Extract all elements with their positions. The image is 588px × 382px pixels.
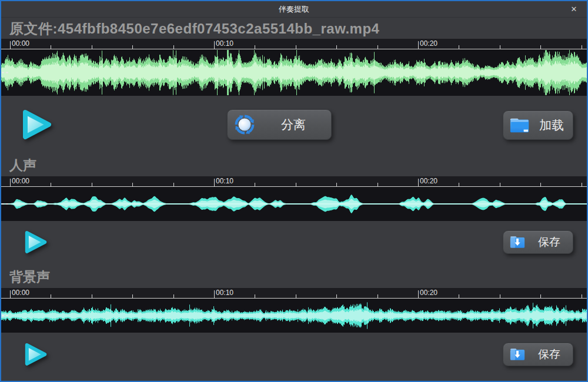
folder-open-icon [509, 116, 530, 135]
play-background-button[interactable] [22, 341, 49, 367]
minor-tick [51, 45, 51, 49]
time-label: 00:00 [12, 289, 29, 297]
play-icon [22, 229, 49, 255]
major-tick [418, 290, 419, 298]
minor-tick [296, 45, 296, 49]
save-vocals-button[interactable]: 保存 [503, 230, 573, 254]
time-label: 00:10 [216, 177, 233, 185]
timeline-ruler-original: 00:0000:1000:20 [1, 39, 587, 49]
time-label: 00:20 [420, 177, 437, 185]
save-background-button[interactable]: 保存 [503, 343, 573, 366]
minor-tick [255, 183, 255, 186]
load-button[interactable]: 加载 [503, 110, 573, 140]
major-tick [10, 290, 11, 298]
window-title: 伴奏提取 [279, 4, 309, 15]
minor-tick [582, 294, 582, 298]
minor-tick [540, 45, 541, 49]
major-tick [418, 41, 419, 49]
waveform-vocals[interactable] [1, 187, 587, 221]
time-label: 00:00 [12, 177, 29, 185]
minor-tick [132, 294, 133, 298]
minor-tick [92, 183, 92, 186]
save-background-button-label: 保存 [526, 347, 573, 362]
major-tick [214, 290, 215, 298]
save-vocals-button-label: 保存 [526, 234, 573, 250]
minor-tick [173, 45, 174, 49]
separate-button[interactable]: 分离 [227, 109, 332, 140]
play-icon [19, 108, 55, 142]
minor-tick [255, 45, 255, 49]
time-label: 00:10 [216, 39, 233, 48]
waveform-original[interactable] [1, 49, 587, 96]
minor-tick [377, 45, 378, 49]
folder-download-icon [509, 234, 526, 250]
minor-tick [500, 294, 500, 298]
time-label: 00:20 [420, 289, 437, 297]
sync-icon [233, 113, 256, 136]
major-tick [214, 179, 215, 186]
minor-tick [459, 183, 459, 186]
minor-tick [336, 183, 337, 186]
play-vocals-button[interactable] [22, 229, 49, 255]
timeline-ruler-vocals: 00:0000:1000:20 [1, 176, 587, 187]
minor-tick [377, 183, 378, 186]
minor-tick [173, 183, 174, 186]
time-label: 00:20 [420, 39, 437, 48]
minor-tick [500, 45, 500, 49]
minor-tick [132, 183, 133, 186]
background-label: 背景声 [9, 268, 50, 286]
minor-tick [540, 294, 541, 298]
minor-tick [173, 294, 174, 298]
time-label: 00:10 [216, 289, 233, 297]
minor-tick [377, 294, 378, 298]
minor-tick [51, 183, 51, 186]
close-button[interactable]: ✕ [561, 1, 587, 16]
minor-tick [459, 45, 459, 49]
play-original-button[interactable] [19, 108, 55, 142]
minor-tick [500, 183, 500, 186]
minor-tick [540, 183, 541, 186]
major-tick [10, 41, 11, 49]
time-label: 00:00 [12, 39, 29, 48]
minor-tick [296, 294, 296, 298]
separate-button-label: 分离 [256, 116, 331, 133]
minor-tick [51, 294, 51, 298]
minor-tick [336, 294, 337, 298]
minor-tick [582, 183, 582, 186]
minor-tick [336, 45, 337, 49]
minor-tick [92, 294, 92, 298]
minor-tick [92, 45, 92, 49]
minor-tick [459, 294, 459, 298]
minor-tick [296, 183, 296, 186]
major-tick [10, 179, 11, 186]
vocals-label: 人声 [9, 156, 36, 175]
waveform-background[interactable] [1, 299, 587, 333]
minor-tick [582, 45, 582, 49]
load-button-label: 加载 [530, 117, 573, 133]
title-bar: 伴奏提取 ✕ [1, 1, 587, 18]
folder-download-icon [509, 347, 526, 362]
minor-tick [132, 45, 133, 49]
timeline-ruler-background: 00:0000:1000:20 [1, 288, 587, 299]
source-file-label: 原文件:454fbfb8450e7e6edf07453c2a5514bb_raw… [9, 19, 379, 38]
minor-tick [255, 294, 255, 298]
play-icon [22, 341, 49, 367]
app-window: 伴奏提取 ✕ 原文件:454fbfb8450e7e6edf07453c2a551… [0, 0, 588, 382]
major-tick [214, 41, 215, 49]
major-tick [418, 179, 419, 186]
